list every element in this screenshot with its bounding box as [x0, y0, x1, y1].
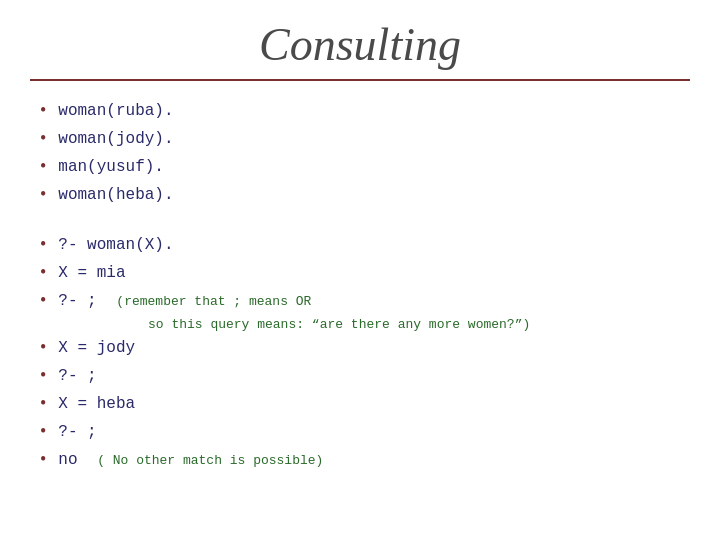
- list-item: • woman(heba).: [40, 183, 690, 207]
- facts-group: • woman(ruba). • woman(jody). • man(yusu…: [40, 99, 690, 211]
- no-match-comment: ( No other match is possible): [97, 453, 323, 468]
- list-item: • woman(ruba).: [40, 99, 690, 123]
- comment-continuation: so this query means: “are there any more…: [40, 317, 690, 332]
- list-item: • ?- woman(X).: [40, 233, 690, 257]
- bullet-icon: •: [40, 156, 46, 177]
- slide-container: Consulting • woman(ruba). • woman(jody).…: [0, 0, 720, 540]
- query-4: X = jody: [58, 336, 135, 360]
- slide-title: Consulting: [30, 18, 690, 71]
- list-item: • no ( No other match is possible): [40, 448, 690, 472]
- list-item: • ?- ;: [40, 364, 690, 388]
- query-7: ?- ;: [58, 420, 96, 444]
- inline-comment: (remember that ; means OR: [116, 294, 311, 309]
- list-item: • X = mia: [40, 261, 690, 285]
- bullet-icon: •: [40, 234, 46, 255]
- list-item: • ?- ; (remember that ; means OR: [40, 289, 690, 313]
- query-6: X = heba: [58, 392, 135, 416]
- list-item: • X = heba: [40, 392, 690, 416]
- bullet-icon: •: [40, 393, 46, 414]
- content-area: • woman(ruba). • woman(jody). • man(yusu…: [30, 99, 690, 494]
- bullet-icon: •: [40, 128, 46, 149]
- fact-4: woman(heba).: [58, 183, 173, 207]
- bullet-icon: •: [40, 262, 46, 283]
- query-2: X = mia: [58, 261, 125, 285]
- title-divider: [30, 79, 690, 81]
- fact-1: woman(ruba).: [58, 99, 173, 123]
- query-8-code: no: [58, 451, 77, 469]
- bullet-icon: •: [40, 100, 46, 121]
- list-item: • X = jody: [40, 336, 690, 360]
- fact-2: woman(jody).: [58, 127, 173, 151]
- query-1: ?- woman(X).: [58, 233, 173, 257]
- bullet-icon: •: [40, 365, 46, 386]
- query-8-line: no ( No other match is possible): [58, 448, 323, 472]
- list-item: • ?- ;: [40, 420, 690, 444]
- title-section: Consulting: [30, 0, 690, 79]
- bullet-icon: •: [40, 449, 46, 470]
- query-group: • ?- woman(X). • X = mia • ?- ; (remembe…: [40, 233, 690, 476]
- bullet-icon: •: [40, 421, 46, 442]
- fact-3: man(yusuf).: [58, 155, 164, 179]
- bullet-icon: •: [40, 184, 46, 205]
- query-5: ?- ;: [58, 364, 96, 388]
- list-item: • woman(jody).: [40, 127, 690, 151]
- list-item: • man(yusuf).: [40, 155, 690, 179]
- bullet-icon: •: [40, 337, 46, 358]
- query-3-line: ?- ; (remember that ; means OR: [58, 289, 311, 313]
- query-3-code: ?- ;: [58, 292, 96, 310]
- bullet-icon: •: [40, 290, 46, 311]
